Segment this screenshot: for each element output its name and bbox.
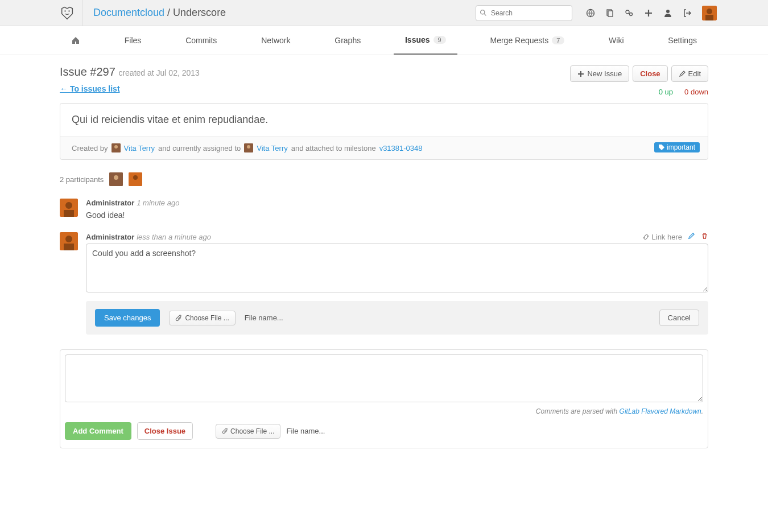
cancel-edit-button[interactable]: Cancel <box>659 310 699 326</box>
comment-row: Administrator 1 minute ago Good idea! <box>60 199 708 220</box>
pencil-icon <box>679 71 686 77</box>
issue-actions: New Issue Close Edit <box>570 65 708 82</box>
milestone-link[interactable]: v31381-0348 <box>379 144 423 152</box>
user-icon[interactable] <box>659 4 677 22</box>
paperclip-icon <box>222 428 228 434</box>
clipboard-icon[interactable] <box>601 4 619 22</box>
label-important[interactable]: important <box>654 142 700 152</box>
issue-created-meta: created at Jul 02, 2013 <box>118 68 199 77</box>
plus-icon[interactable] <box>639 4 658 22</box>
namespace-link[interactable]: Documentcloud <box>93 7 164 18</box>
tab-settings[interactable]: Settings <box>656 26 708 55</box>
paperclip-icon <box>175 315 182 321</box>
svg-rect-12 <box>705 15 713 20</box>
mr-badge: 7 <box>552 36 564 44</box>
topbar-right <box>476 4 768 22</box>
svg-point-11 <box>707 9 712 14</box>
tab-merge-requests[interactable]: Merge Requests7 <box>478 26 576 55</box>
navtabs: Files Commits Network Graphs Issues9 Mer… <box>0 26 768 55</box>
svg-point-20 <box>133 175 138 180</box>
edit-comment-bar: Save changes Choose File ... File name..… <box>86 301 708 335</box>
filename-label-2: File name... <box>286 427 325 435</box>
signout-icon[interactable] <box>678 4 696 22</box>
new-issue-button[interactable]: New Issue <box>570 65 629 82</box>
trash-icon <box>701 232 708 240</box>
new-comment-wrap: Comments are parsed with GitLab Flavored… <box>60 349 708 448</box>
breadcrumb-sep: / <box>164 7 173 18</box>
gitlab-logo-icon <box>59 5 75 21</box>
issue-title: Issue #297 created at Jul 02, 2013 <box>60 65 200 79</box>
issue-box: Qui id reiciendis vitae et enim repudian… <box>60 103 708 160</box>
markdown-hint: Comments are parsed with GitLab Flavored… <box>65 407 703 415</box>
tag-icon <box>659 145 664 150</box>
svg-point-7 <box>626 10 629 14</box>
comment-author[interactable]: Administrator <box>86 233 134 241</box>
svg-point-2 <box>481 10 485 14</box>
issue-meta-footer: Created by Vita Terry and currently assi… <box>60 137 708 159</box>
close-issue-button[interactable]: Close <box>633 65 667 82</box>
avatar[interactable] <box>702 6 717 20</box>
search-icon <box>480 9 487 17</box>
delete-comment-button[interactable] <box>701 232 708 241</box>
svg-rect-26 <box>64 244 74 250</box>
edit-comment-button[interactable] <box>688 232 695 241</box>
tab-network[interactable]: Network <box>250 26 302 55</box>
topbar: Documentcloud / Underscore <box>0 0 768 26</box>
tab-home[interactable] <box>60 26 92 55</box>
search-input[interactable] <box>476 5 572 21</box>
tab-commits[interactable]: Commits <box>174 26 228 55</box>
comment-avatar[interactable] <box>60 199 78 217</box>
save-changes-button[interactable]: Save changes <box>95 309 160 327</box>
main-container: Issue #297 created at Jul 02, 2013 ← To … <box>60 55 708 471</box>
participants: 2 participants <box>60 172 708 186</box>
issue-header: Issue #297 created at Jul 02, 2013 ← To … <box>60 65 708 96</box>
new-comment-actions: Add Comment Close Issue Choose File ... … <box>65 422 703 440</box>
votes: 0 up 0 down <box>570 88 708 96</box>
tab-files[interactable]: Files <box>113 26 153 55</box>
svg-point-9 <box>666 10 670 13</box>
svg-point-1 <box>68 10 69 11</box>
tab-graphs[interactable]: Graphs <box>323 26 372 55</box>
creator-avatar <box>112 143 121 152</box>
link-here[interactable]: Link here <box>642 233 682 241</box>
project-name: Underscore <box>173 7 226 18</box>
add-comment-button[interactable]: Add Comment <box>65 422 131 440</box>
comment-row-editing: Administrator less than a minute ago Lin… <box>60 232 708 335</box>
breadcrumb: Documentcloud / Underscore <box>93 7 226 19</box>
comment-time: less than a minute ago <box>137 233 211 241</box>
svg-point-14 <box>114 145 118 149</box>
choose-file-button[interactable]: Choose File ... <box>169 311 235 325</box>
assignee-link[interactable]: Vita Terry <box>257 144 287 152</box>
tab-issues[interactable]: Issues9 <box>394 26 457 55</box>
markdown-link[interactable]: GitLab Flavored Markdown <box>620 407 701 415</box>
public-icon[interactable] <box>581 4 600 22</box>
participants-text: 2 participants <box>60 175 104 184</box>
svg-point-22 <box>65 202 72 209</box>
creator-link[interactable]: Vita Terry <box>124 144 155 152</box>
svg-point-25 <box>65 236 72 242</box>
edit-issue-button[interactable]: Edit <box>671 65 708 82</box>
search-box <box>476 5 572 21</box>
cogs-icon[interactable] <box>620 4 638 22</box>
participant-avatar-2[interactable] <box>129 172 142 186</box>
svg-line-3 <box>484 14 486 15</box>
comment-author[interactable]: Administrator <box>86 199 134 207</box>
close-issue-button-2[interactable]: Close Issue <box>137 422 193 440</box>
logo[interactable] <box>51 0 83 26</box>
downvotes: 0 down <box>684 88 708 96</box>
choose-file-button-2[interactable]: Choose File ... <box>216 424 280 439</box>
comment-time: 1 minute ago <box>137 199 179 207</box>
plus-icon <box>577 71 584 77</box>
participant-avatar-1[interactable] <box>109 172 123 186</box>
issue-description: Qui id reiciendis vitae et enim repudian… <box>60 104 708 137</box>
comment-text: Good idea! <box>86 211 708 220</box>
comment-avatar[interactable] <box>60 232 78 250</box>
svg-rect-23 <box>64 210 74 217</box>
svg-rect-6 <box>608 11 613 17</box>
svg-point-16 <box>247 145 250 149</box>
new-comment-textarea[interactable] <box>65 354 703 402</box>
tab-wiki[interactable]: Wiki <box>597 26 635 55</box>
link-icon <box>642 233 650 241</box>
back-to-issues-link[interactable]: ← To issues list <box>60 84 120 93</box>
edit-comment-textarea[interactable] <box>86 244 708 292</box>
